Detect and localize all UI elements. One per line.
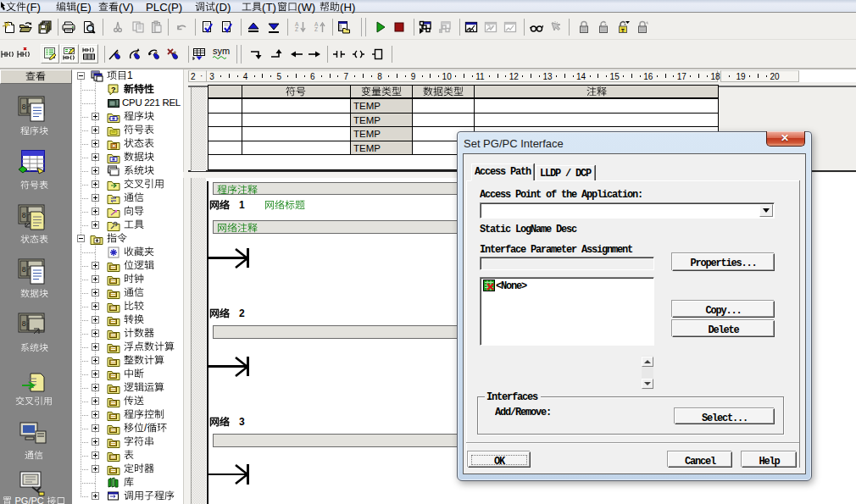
svg-text:1: 1 xyxy=(127,70,133,82)
svg-text:(H): (H) xyxy=(340,1,355,14)
svg-text:Z: Z xyxy=(314,26,318,32)
svg-text:(E): (E) xyxy=(76,1,92,14)
svg-text:T: T xyxy=(621,28,625,33)
svg-text:PG/PC: PG/PC xyxy=(14,496,43,504)
svg-text:/: / xyxy=(144,423,147,435)
svg-text:8: 8 xyxy=(22,266,26,274)
svg-text:1: 1 xyxy=(239,199,245,211)
svg-text:8: 8 xyxy=(22,320,26,329)
svg-text:2: 2 xyxy=(239,307,245,319)
svg-text:(T): (T) xyxy=(262,1,276,14)
svg-text:(V): (V) xyxy=(119,1,134,14)
svg-text:?: ? xyxy=(111,85,116,93)
svg-text:8: 8 xyxy=(22,212,26,220)
svg-text:3: 3 xyxy=(239,416,245,428)
svg-text:PLC(P): PLC(P) xyxy=(146,1,182,14)
svg-text:sym: sym xyxy=(213,46,230,56)
svg-text:Z: Z xyxy=(295,26,298,32)
svg-text:(W): (W) xyxy=(297,1,315,14)
svg-text:(D): (D) xyxy=(215,1,231,14)
svg-text:(F): (F) xyxy=(26,1,41,14)
svg-text:8: 8 xyxy=(22,103,26,112)
